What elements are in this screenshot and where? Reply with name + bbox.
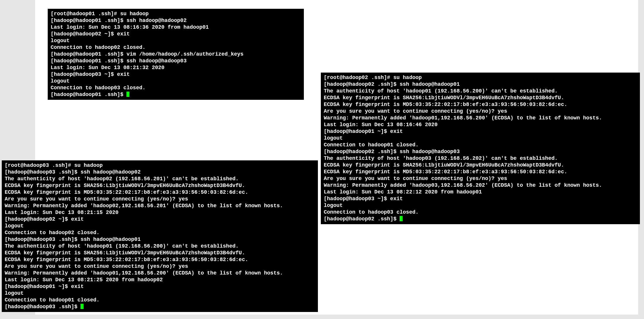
terminal-line: [hadoop@hadoop03 ~]$ exit <box>324 195 637 202</box>
terminal-line: The authenticity of host 'hadoop01 (192.… <box>5 243 315 250</box>
terminal-line: Are you sure you want to continue connec… <box>324 108 637 115</box>
terminal-line: logout <box>5 223 315 229</box>
terminal-line: Connection to hadoop01 closed. <box>324 142 637 148</box>
terminal-line: [hadoop@hadoop03 .ssh]$ ssh hadoop@hadoo… <box>5 236 315 243</box>
terminal-line: [hadoop@hadoop01 .ssh]$ ssh hadoop@hadoo… <box>51 17 301 24</box>
terminal-line: Connection to hadoop02 closed. <box>5 229 315 236</box>
terminal-line: Warning: Permanently added 'hadoop01,192… <box>324 115 637 121</box>
terminal-line: [hadoop@hadoop02 ~]$ exit <box>5 216 315 223</box>
terminal-line: Last login: Sun Dec 13 08:22:12 2020 fro… <box>324 189 637 195</box>
terminal-line: Last login: Sun Dec 13 08:16:46 2020 <box>324 121 637 128</box>
terminal-line: Last login: Sun Dec 13 08:21:32 2020 <box>51 64 301 71</box>
terminal-line: ECDSA key fingerprint is MD5:03:35:22:02… <box>324 101 637 108</box>
terminal-line: [hadoop@hadoop03 .ssh]$ ssh hadoop@hadoo… <box>5 169 315 176</box>
terminal-line: The authenticity of host 'hadoop02 (192.… <box>5 176 315 182</box>
terminal-line: Last login: Sun Dec 13 08:21:15 2020 <box>5 209 315 216</box>
terminal-line: logout <box>324 135 637 142</box>
terminal-line: Last login: Sun Dec 13 08:21:25 2020 fro… <box>5 277 315 283</box>
terminal-hadoop03[interactable]: [root@hadoop03 .ssh]# su hadoop[hadoop@h… <box>2 160 318 312</box>
terminal-line: Last login: Sun Dec 13 08:16:36 2020 fro… <box>51 24 301 31</box>
terminal-line: [hadoop@hadoop03 ~]$ exit <box>51 71 301 78</box>
terminal-line: [root@hadoop03 .ssh]# su hadoop <box>5 162 315 169</box>
terminal-line: [hadoop@hadoop01 ~]$ exit <box>5 283 315 290</box>
terminal-line: ECDSA key fingerprint is MD5:03:35:22:02… <box>5 256 315 263</box>
terminal-line: [hadoop@hadoop01 ~]$ exit <box>324 128 637 135</box>
terminal-line: Connection to hadoop03 closed. <box>324 209 637 216</box>
terminal-line: [hadoop@hadoop02 ~]$ exit <box>51 31 301 37</box>
terminal-line: Warning: Permanently added 'hadoop03,192… <box>324 182 637 189</box>
terminal-line: [hadoop@hadoop02 .ssh]$ ssh hadoop@hadoo… <box>324 148 637 155</box>
terminal-line: [root@hadoop01 .ssh]# su hadoop <box>51 11 301 17</box>
terminal-line: [hadoop@hadoop03 .ssh]$ <box>5 303 315 310</box>
terminal-line: Warning: Permanently added 'hadoop02,192… <box>5 203 315 209</box>
terminal-hadoop01[interactable]: [root@hadoop01 .ssh]# su hadoop[hadoop@h… <box>48 9 304 100</box>
terminal-line: [root@hadoop02 .ssh]# su hadoop <box>324 74 637 81</box>
terminal-line: Are you sure you want to continue connec… <box>5 196 315 203</box>
terminal-line: [hadoop@hadoop01 .ssh]$ ssh hadoop@hadoo… <box>51 58 301 64</box>
terminal-line: Connection to hadoop01 closed. <box>5 297 315 303</box>
terminal-line: ECDSA key fingerprint is SHA256:L1bjtiuW… <box>324 162 637 169</box>
terminal-line: ECDSA key fingerprint is MD5:03:35:22:02… <box>324 169 637 175</box>
terminal-line: logout <box>51 37 301 44</box>
terminal-line: Connection to hadoop03 closed. <box>51 85 301 91</box>
terminal-line: ECDSA key fingerprint is SHA256:L1bjtiuW… <box>5 250 315 256</box>
terminal-hadoop02[interactable]: [root@hadoop02 .ssh]# su hadoop[hadoop@h… <box>321 73 640 224</box>
terminal-line: ECDSA key fingerprint is SHA256:L1bjtiuW… <box>324 95 637 101</box>
terminal-line: Warning: Permanently added 'hadoop01,192… <box>5 270 315 277</box>
terminal-line: logout <box>5 290 315 297</box>
terminal-line: The authenticity of host 'hadoop03 (192.… <box>324 155 637 162</box>
cursor-icon <box>126 92 129 97</box>
terminal-line: logout <box>51 78 301 85</box>
terminal-line: [hadoop@hadoop01 .ssh]$ <box>51 91 301 98</box>
terminal-line: [hadoop@hadoop01 .ssh]$ vim /home/hadoop… <box>51 51 301 58</box>
terminal-line: [hadoop@hadoop02 .ssh]$ ssh hadoop@hadoo… <box>324 81 637 88</box>
cursor-icon <box>400 216 402 221</box>
terminal-line: Are you sure you want to continue connec… <box>324 175 637 182</box>
terminal-line: logout <box>324 202 637 209</box>
terminal-line: Are you sure you want to continue connec… <box>5 263 315 270</box>
cursor-icon <box>80 304 83 309</box>
terminal-line: ECDSA key fingerprint is MD5:03:35:22:02… <box>5 189 315 196</box>
terminal-line: [hadoop@hadoop02 .ssh]$ <box>324 216 637 222</box>
terminal-line: The authenticity of host 'hadoop01 (192.… <box>324 88 637 95</box>
terminal-line: Connection to hadoop02 closed. <box>51 44 301 51</box>
terminal-line: ECDSA key fingerprint is SHA256:L1bjtiuW… <box>5 182 315 189</box>
